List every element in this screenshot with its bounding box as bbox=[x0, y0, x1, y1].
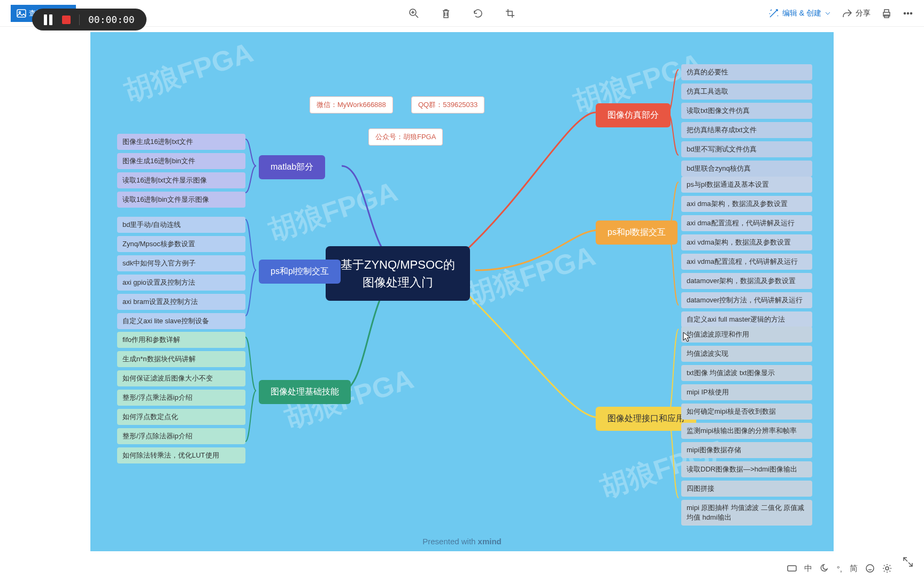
list-item[interactable]: 读取16进制bin文件显示图像 bbox=[117, 192, 245, 208]
list-item[interactable]: 整形/浮点除法器ip介绍 bbox=[117, 428, 245, 444]
watermark: 胡狼FPGA bbox=[462, 237, 600, 314]
list-item[interactable]: bd里不写测试文件仿真 bbox=[681, 141, 812, 157]
center-line1: 基于ZYNQ/MPSOC的 bbox=[341, 256, 455, 273]
list-item[interactable]: axi dma架构，数据流及参数设置 bbox=[681, 196, 812, 212]
svg-rect-7 bbox=[788, 566, 796, 571]
list-item[interactable]: 整形/浮点乘法器ip介绍 bbox=[117, 390, 245, 406]
list-item[interactable]: 自定义axi lite slave控制设备 bbox=[117, 313, 245, 329]
svg-point-9 bbox=[886, 567, 889, 570]
list-item[interactable]: mipi 原图抽样 均值滤波 二值化 原值减均值 hdmi输出 bbox=[681, 500, 812, 526]
pause-button[interactable] bbox=[44, 14, 53, 25]
zoom-in-icon[interactable] bbox=[409, 8, 419, 19]
ime-chn[interactable]: 中 bbox=[804, 564, 812, 574]
list-item[interactable]: 自定义axi full master逻辑的方法 bbox=[681, 311, 812, 328]
branch-pspl-data[interactable]: ps和pl数据交互 bbox=[596, 220, 677, 245]
list-item[interactable]: 仿真的必要性 bbox=[681, 64, 812, 80]
list-item[interactable]: 生成n*n数据块代码讲解 bbox=[117, 351, 245, 367]
gzh-badge: 公众号：胡狼FPGA bbox=[368, 128, 443, 146]
svg-point-6 bbox=[911, 12, 912, 14]
list-item[interactable]: 图像生成16进制bin文件 bbox=[117, 153, 245, 169]
presented-prefix: Presented with bbox=[422, 537, 478, 546]
toolbar-center bbox=[409, 8, 515, 19]
svg-point-4 bbox=[904, 12, 906, 14]
branch-matlab[interactable]: matlab部分 bbox=[259, 155, 325, 179]
leaves-pspl-ctrl: bd里手动/自动连线 Zynq/Mpsoc核参数设置 sdk中如何导入官方例子 … bbox=[117, 217, 245, 329]
branch-pspl-ctrl[interactable]: ps和pl控制交互 bbox=[259, 260, 341, 284]
list-item[interactable]: 读取DDR图像数据—>hdmi图像输出 bbox=[681, 461, 812, 477]
svg-point-8 bbox=[866, 565, 874, 572]
crop-icon[interactable] bbox=[505, 8, 515, 19]
edit-create-label: 编辑 & 创建 bbox=[782, 9, 821, 18]
list-item[interactable]: bd里联合zynq核仿真 bbox=[681, 161, 812, 177]
smile-icon[interactable] bbox=[865, 564, 875, 573]
recording-time: 00:00:00 bbox=[88, 14, 135, 25]
svg-rect-0 bbox=[17, 10, 26, 17]
branch-imgproc-basic[interactable]: 图像处理基础技能 bbox=[259, 380, 351, 404]
keyboard-icon[interactable] bbox=[787, 564, 797, 573]
share-icon bbox=[842, 8, 852, 19]
screen-recorder-bar: 00:00:00 bbox=[32, 9, 147, 31]
watermark: 胡狼FPGA bbox=[264, 173, 402, 249]
leaves-sim: 仿真的必要性 仿真工具选取 读取txt图像文件仿真 把仿真结果存成txt文件 b… bbox=[681, 64, 812, 177]
list-item[interactable]: 把仿真结果存成txt文件 bbox=[681, 122, 812, 138]
ime-punct[interactable]: °, bbox=[837, 564, 842, 573]
leaves-pspl-data: ps与pl数据通道及基本设置 axi dma架构，数据流及参数设置 axi dm… bbox=[681, 177, 812, 328]
toolbar-right: 编辑 & 创建 分享 bbox=[768, 8, 913, 19]
list-item[interactable]: 四图拼接 bbox=[681, 481, 812, 497]
list-item[interactable]: axi dma配置流程，代码讲解及运行 bbox=[681, 215, 812, 231]
leaves-matlab: 图像生成16进制txt文件 图像生成16进制bin文件 读取16进制txt文件显… bbox=[117, 134, 245, 208]
list-item[interactable]: bd里手动/自动连线 bbox=[117, 217, 245, 233]
trash-icon[interactable] bbox=[441, 8, 451, 19]
list-item[interactable]: 读取txt图像文件仿真 bbox=[681, 103, 812, 119]
stop-button[interactable] bbox=[62, 16, 71, 24]
list-item[interactable]: 均值滤波实现 bbox=[681, 346, 812, 362]
chevron-down-icon bbox=[825, 10, 831, 17]
list-item[interactable]: Zynq/Mpsoc核参数设置 bbox=[117, 236, 245, 252]
ime-jian[interactable]: 简 bbox=[850, 564, 858, 574]
list-item[interactable]: 均值滤波原理和作用 bbox=[681, 326, 812, 343]
share-button[interactable]: 分享 bbox=[842, 8, 871, 19]
presented-with: Presented with xmind bbox=[422, 537, 502, 546]
list-item[interactable]: 仿真工具选取 bbox=[681, 83, 812, 100]
list-item[interactable]: datamover控制方法，代码讲解及运行 bbox=[681, 292, 812, 308]
list-item[interactable]: axi vdma配置流程，代码讲解及运行 bbox=[681, 254, 812, 270]
more-icon[interactable] bbox=[903, 8, 913, 19]
branch-sim[interactable]: 图像仿真部分 bbox=[596, 103, 671, 127]
mouse-cursor-icon bbox=[683, 332, 691, 343]
list-item[interactable]: 监测mipi核输出图像的分辨率和帧率 bbox=[681, 423, 812, 439]
rotate-icon[interactable] bbox=[473, 8, 483, 19]
presented-brand: xmind bbox=[478, 537, 502, 546]
list-item[interactable]: axi bram设置及控制方法 bbox=[117, 294, 245, 310]
list-item[interactable]: 如何浮点数定点化 bbox=[117, 409, 245, 425]
list-item[interactable]: 如何除法转乘法，优化LUT使用 bbox=[117, 447, 245, 463]
qq-badge: QQ群：539625033 bbox=[411, 96, 484, 113]
list-item[interactable]: sdk中如何导入官方例子 bbox=[117, 255, 245, 271]
list-item[interactable]: mipi IP核使用 bbox=[681, 384, 812, 400]
fullscreen-icon[interactable] bbox=[903, 557, 913, 567]
list-item[interactable]: ps与pl数据通道及基本设置 bbox=[681, 177, 812, 193]
list-item[interactable]: txt图像 均值滤波 txt图像显示 bbox=[681, 365, 812, 381]
list-item[interactable]: 如何保证滤波后图像大小不变 bbox=[117, 370, 245, 386]
image-icon bbox=[16, 8, 27, 19]
list-item[interactable]: 图像生成16进制txt文件 bbox=[117, 134, 245, 150]
print-icon[interactable] bbox=[881, 8, 892, 19]
mindmap-canvas[interactable]: 胡狼FPGA 胡狼FPGA 胡狼FPGA 胡狼FPGA 胡狼FPGA 胡狼FPG… bbox=[90, 32, 834, 551]
ime-bar: 中 °, 简 bbox=[787, 559, 892, 578]
magic-icon bbox=[768, 8, 779, 19]
gear-icon[interactable] bbox=[882, 564, 892, 573]
edit-create-button[interactable]: 编辑 & 创建 bbox=[768, 8, 831, 19]
list-item[interactable]: 读取16进制txt文件显示图像 bbox=[117, 172, 245, 188]
list-item[interactable]: axi gpio设置及控制方法 bbox=[117, 275, 245, 291]
watermark: 胡狼FPGA bbox=[120, 34, 258, 110]
list-item[interactable]: fifo作用和参数详解 bbox=[117, 332, 245, 348]
svg-point-5 bbox=[907, 12, 909, 14]
center-node[interactable]: 基于ZYNQ/MPSOC的 图像处理入门 bbox=[326, 246, 470, 301]
list-item[interactable]: datamover架构，数据流及参数设置 bbox=[681, 273, 812, 289]
moon-icon[interactable] bbox=[820, 564, 829, 573]
share-label: 分享 bbox=[856, 9, 871, 18]
list-item[interactable]: axi vdma架构，数据流及参数设置 bbox=[681, 234, 812, 250]
wechat-badge: 微信：MyWork666888 bbox=[310, 96, 393, 113]
divider bbox=[79, 14, 80, 25]
list-item[interactable]: mipi图像数据存储 bbox=[681, 442, 812, 458]
list-item[interactable]: 如何确定mipi核是否收到数据 bbox=[681, 404, 812, 420]
